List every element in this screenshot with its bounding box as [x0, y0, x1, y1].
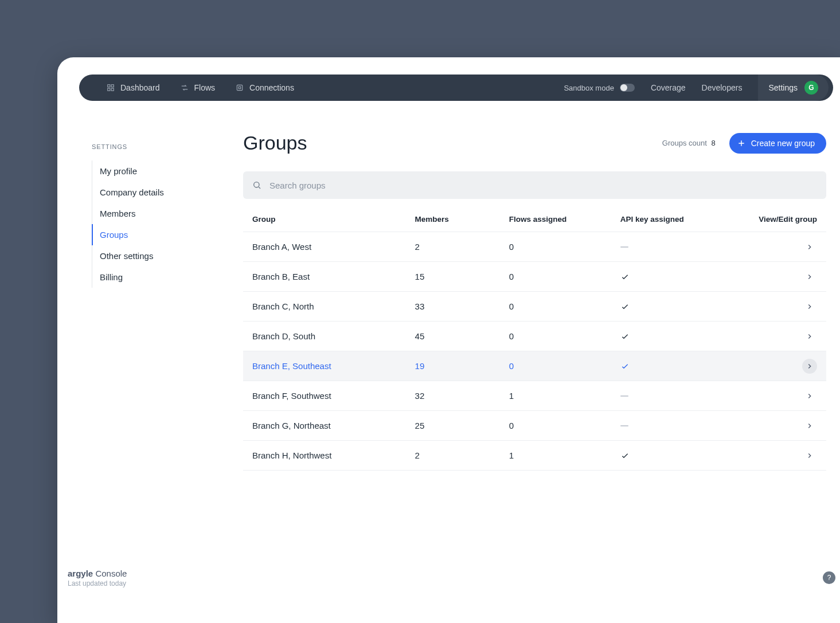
- cell-members: 33: [415, 301, 509, 311]
- cell-group: Branch A, West: [252, 242, 415, 252]
- footer-brand-bold: argyle: [68, 569, 93, 578]
- chevron-right-icon: [806, 303, 814, 311]
- sidebar-item-my-profile[interactable]: My profile: [92, 160, 229, 182]
- table-row[interactable]: Branch H, Northwest21: [243, 441, 826, 471]
- help-icon: ?: [827, 574, 831, 582]
- nav-connections-label: Connections: [249, 83, 294, 92]
- sidebar-item-label: Groups: [100, 230, 128, 240]
- view-group-button[interactable]: [802, 418, 817, 433]
- flows-icon: [181, 84, 189, 92]
- sidebar-heading: SETTINGS: [92, 143, 229, 150]
- nav-coverage[interactable]: Coverage: [651, 83, 686, 92]
- footer-brand-rest: Console: [95, 569, 127, 578]
- sidebar-item-label: Billing: [100, 272, 123, 282]
- search-input[interactable]: [269, 181, 817, 190]
- cell-group: Branch B, East: [252, 272, 415, 281]
- cell-api: [620, 451, 732, 460]
- check-icon: [620, 302, 630, 311]
- sidebar-item-billing[interactable]: Billing: [92, 267, 229, 288]
- svg-rect-2: [108, 88, 110, 91]
- nav-developers[interactable]: Developers: [702, 83, 743, 92]
- cell-members: 2: [415, 242, 509, 252]
- cell-view: [732, 448, 817, 463]
- cell-members: 32: [415, 391, 509, 401]
- view-group-button[interactable]: [802, 329, 817, 344]
- cell-group: Branch D, South: [252, 331, 415, 341]
- footer: argyle Console Last updated today: [68, 569, 127, 587]
- cell-view: [732, 389, 817, 403]
- cell-flows: 0: [509, 361, 620, 371]
- table-row[interactable]: Branch E, Southeast190: [243, 351, 826, 381]
- cell-api: [620, 246, 732, 248]
- sidebar-item-label: Company details: [100, 187, 164, 197]
- create-group-button[interactable]: Create new group: [729, 133, 826, 154]
- view-group-button[interactable]: [802, 240, 817, 254]
- table-row[interactable]: Branch G, Northeast250: [243, 411, 826, 441]
- sidebar-item-members[interactable]: Members: [92, 203, 229, 224]
- cell-api: [620, 302, 732, 311]
- cell-view: [732, 329, 817, 344]
- sandbox-toggle[interactable]: [620, 84, 635, 92]
- nav-dashboard[interactable]: Dashboard: [107, 83, 160, 92]
- view-group-button[interactable]: [802, 269, 817, 284]
- cell-group: Branch F, Southwest: [252, 391, 415, 401]
- avatar-letter: G: [808, 84, 814, 92]
- header-right: Groups count 8 Create new group: [662, 133, 826, 154]
- dash-icon: [620, 395, 628, 397]
- table-row[interactable]: Branch F, Southwest321: [243, 381, 826, 411]
- cell-api: [620, 272, 732, 281]
- nav-connections[interactable]: Connections: [236, 83, 294, 92]
- groups-count: Groups count 8: [662, 139, 716, 147]
- footer-sub: Last updated today: [68, 579, 127, 587]
- sidebar-item-groups[interactable]: Groups: [92, 224, 229, 245]
- table-row[interactable]: Branch B, East150: [243, 262, 826, 292]
- sidebar-item-other-settings[interactable]: Other settings: [92, 245, 229, 267]
- footer-brand: argyle Console: [68, 569, 127, 578]
- sidebar-item-label: Members: [100, 209, 136, 218]
- cell-flows: 0: [509, 272, 620, 281]
- check-icon: [620, 362, 630, 371]
- svg-rect-1: [111, 85, 114, 87]
- groups-count-value: 8: [711, 139, 715, 147]
- table-body: Branch A, West20Branch B, East150Branch …: [243, 232, 826, 471]
- cell-flows: 0: [509, 301, 620, 311]
- cell-flows: 0: [509, 421, 620, 430]
- chevron-right-icon: [806, 273, 814, 281]
- nav-flows[interactable]: Flows: [181, 83, 216, 92]
- view-group-button[interactable]: [802, 299, 817, 314]
- svg-rect-5: [239, 87, 241, 89]
- search-icon: [252, 181, 261, 190]
- sidebar-item-label: Other settings: [100, 251, 153, 261]
- dash-icon: [620, 425, 628, 426]
- avatar[interactable]: G: [804, 81, 818, 95]
- cell-group: Branch H, Northwest: [252, 450, 415, 460]
- groups-count-label: Groups count: [662, 139, 707, 147]
- view-group-button[interactable]: [802, 359, 817, 374]
- dashboard-icon: [107, 84, 115, 92]
- table-row[interactable]: Branch D, South450: [243, 322, 826, 351]
- chevron-right-icon: [806, 392, 814, 400]
- help-button[interactable]: ?: [823, 571, 835, 584]
- table-row[interactable]: Branch C, North330: [243, 292, 826, 322]
- check-icon: [620, 272, 630, 281]
- chevron-right-icon: [806, 243, 814, 251]
- chevron-right-icon: [806, 422, 814, 430]
- check-icon: [620, 451, 630, 460]
- th-view: View/Edit group: [732, 215, 817, 224]
- view-group-button[interactable]: [802, 448, 817, 463]
- cell-view: [732, 418, 817, 433]
- view-group-button[interactable]: [802, 389, 817, 403]
- search-box[interactable]: [243, 171, 826, 199]
- sidebar-item-company-details[interactable]: Company details: [92, 182, 229, 203]
- settings-sidebar: SETTINGS My profileCompany detailsMember…: [92, 143, 229, 288]
- connections-icon: [236, 84, 244, 92]
- table-row[interactable]: Branch A, West20: [243, 232, 826, 262]
- svg-point-6: [254, 182, 259, 187]
- nav-settings[interactable]: Settings: [768, 83, 798, 92]
- check-icon: [620, 332, 630, 341]
- cell-view: [732, 269, 817, 284]
- chevron-right-icon: [806, 362, 814, 370]
- page-header: Groups Groups count 8 Create new group: [243, 132, 826, 154]
- sidebar-item-label: My profile: [100, 166, 137, 176]
- chevron-right-icon: [806, 332, 814, 340]
